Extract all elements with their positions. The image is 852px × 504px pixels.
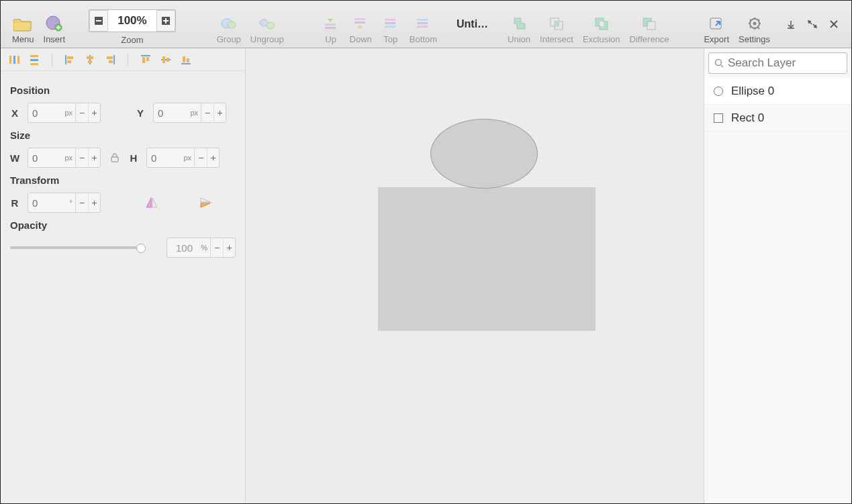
toolbar: Menu Insert 100% Zoom — [1, 1, 851, 48]
svg-rect-33 — [17, 56, 19, 64]
union-button[interactable]: Union — [504, 12, 534, 46]
tb-boolean-group: Union Intersect Exclusion Difference — [500, 1, 676, 48]
x-inc[interactable]: + — [88, 103, 100, 122]
difference-label: Difference — [630, 34, 669, 44]
align-top-button[interactable] — [136, 51, 155, 68]
menu-button[interactable]: Menu — [9, 12, 38, 46]
align-bottom-button[interactable] — [177, 51, 195, 68]
up-label: Up — [325, 34, 336, 44]
svg-rect-23 — [555, 21, 559, 26]
exclusion-button[interactable]: Exclusion — [579, 12, 624, 46]
opacity-inc[interactable]: + — [223, 238, 235, 257]
svg-rect-49 — [111, 157, 118, 162]
svg-rect-39 — [87, 56, 93, 59]
h-inc[interactable]: + — [207, 148, 219, 167]
w-inc[interactable]: + — [88, 148, 100, 167]
ungroup-icon — [258, 14, 277, 33]
svg-rect-44 — [146, 57, 149, 61]
canvas-rect[interactable] — [378, 187, 596, 331]
svg-rect-38 — [67, 60, 71, 63]
zoom-in-button[interactable] — [156, 10, 175, 32]
r-dec[interactable]: − — [76, 193, 88, 212]
zoom-out-button[interactable] — [89, 10, 108, 32]
move-top-button[interactable]: Top — [378, 12, 404, 46]
layer-search-input[interactable] — [728, 56, 841, 70]
folder-icon — [13, 14, 32, 33]
w-input[interactable] — [28, 152, 62, 164]
move-down-button[interactable]: Down — [346, 12, 375, 46]
gear-icon — [745, 14, 764, 33]
y-unit: px — [187, 109, 201, 117]
minimize-button[interactable] — [786, 19, 796, 30]
opacity-input[interactable] — [167, 242, 197, 254]
close-button[interactable] — [829, 19, 839, 30]
maximize-button[interactable] — [807, 19, 818, 30]
zoom-value[interactable]: 100% — [108, 14, 156, 28]
export-icon — [707, 14, 726, 33]
settings-label: Settings — [739, 34, 770, 44]
h-dec[interactable]: − — [195, 148, 207, 167]
opacity-slider[interactable] — [10, 246, 142, 249]
layer-search — [708, 52, 847, 74]
flip-vertical-button[interactable] — [197, 194, 215, 211]
move-top-icon — [381, 14, 400, 33]
svg-rect-47 — [183, 56, 185, 62]
r-input[interactable] — [28, 197, 62, 209]
canvas[interactable] — [246, 48, 704, 503]
svg-rect-14 — [354, 21, 365, 23]
y-input[interactable] — [154, 107, 187, 119]
opacity-unit: % — [197, 244, 210, 252]
y-inc[interactable]: + — [214, 103, 226, 122]
settings-button[interactable]: Settings — [735, 12, 773, 46]
group-button[interactable]: Group — [214, 12, 244, 46]
svg-rect-34 — [30, 55, 38, 57]
opacity-field: % −+ — [167, 238, 236, 258]
y-dec[interactable]: − — [201, 103, 214, 122]
window-controls — [777, 1, 847, 48]
export-button[interactable]: Export — [700, 12, 732, 46]
intersect-button[interactable]: Intersect — [536, 12, 577, 46]
exclusion-label: Exclusion — [583, 34, 620, 44]
difference-button[interactable]: Difference — [626, 12, 673, 46]
align-right-button[interactable] — [101, 51, 120, 68]
r-unit: ° — [62, 199, 75, 207]
layer-item[interactable]: Rect 0 — [704, 105, 851, 132]
svg-rect-35 — [30, 59, 38, 61]
h-input[interactable] — [147, 152, 181, 164]
svg-rect-16 — [385, 22, 395, 24]
difference-icon — [640, 14, 659, 33]
insert-button[interactable]: Insert — [40, 12, 69, 46]
x-dec[interactable]: − — [76, 103, 88, 122]
ellipse-icon — [714, 87, 723, 96]
size-title: Size — [10, 130, 236, 141]
opacity-title: Opacity — [10, 219, 236, 231]
w-dec[interactable]: − — [76, 148, 88, 167]
tb-file-group: Menu Insert — [5, 1, 73, 48]
canvas-ellipse[interactable] — [430, 119, 538, 189]
r-inc[interactable]: + — [88, 193, 100, 212]
move-up-button[interactable]: Up — [318, 12, 344, 46]
layer-item[interactable]: Ellipse 0 — [704, 78, 851, 105]
align-hcenter-button[interactable] — [81, 51, 99, 68]
ungroup-button[interactable]: Ungroup — [247, 12, 287, 46]
align-vdist-button[interactable] — [25, 51, 44, 68]
insert-shape-icon — [45, 14, 64, 33]
svg-point-30 — [753, 22, 756, 26]
lock-aspect-button[interactable] — [109, 152, 121, 164]
align-vcenter-button[interactable] — [156, 51, 175, 68]
svg-rect-13 — [354, 18, 365, 20]
svg-rect-32 — [13, 56, 15, 64]
flip-horizontal-button[interactable] — [144, 194, 161, 211]
opacity-dec[interactable]: − — [211, 238, 223, 257]
align-hdist-button[interactable] — [5, 51, 23, 68]
x-input[interactable] — [28, 107, 62, 119]
h-field: px −+ — [146, 148, 220, 168]
move-bottom-button[interactable]: Bottom — [406, 12, 440, 46]
align-left-button[interactable] — [60, 51, 79, 68]
svg-rect-46 — [167, 58, 169, 62]
x-field: px −+ — [28, 103, 101, 123]
tb-app-group: Export Settings — [696, 1, 777, 48]
layer-item-label: Ellipse 0 — [731, 85, 774, 98]
h-unit: px — [181, 154, 194, 162]
align-toolbar — [1, 48, 245, 71]
